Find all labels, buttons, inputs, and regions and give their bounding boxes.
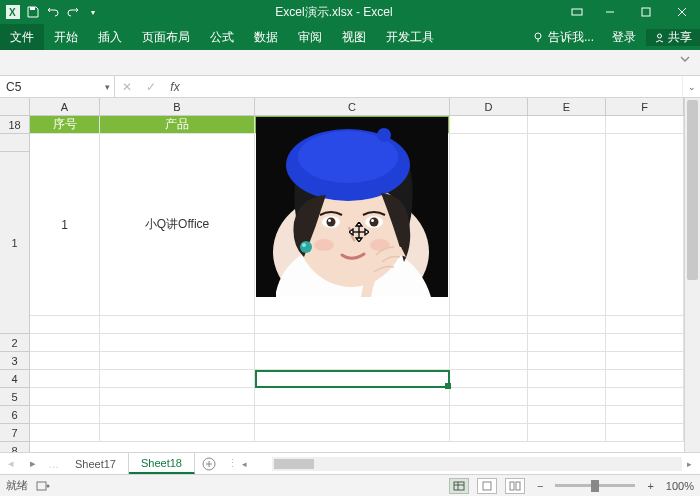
header-cell[interactable]: 序号 <box>30 116 100 134</box>
cell[interactable] <box>255 424 450 442</box>
cell[interactable] <box>606 316 684 334</box>
cell[interactable] <box>255 388 450 406</box>
cell[interactable] <box>100 388 255 406</box>
cell[interactable] <box>450 134 528 316</box>
share-button[interactable]: 共享 <box>646 29 700 46</box>
tab-page-layout[interactable]: 页面布局 <box>132 24 200 50</box>
cell[interactable] <box>606 134 684 316</box>
zoom-slider[interactable] <box>555 484 635 487</box>
embedded-image[interactable] <box>256 117 448 297</box>
tell-me[interactable]: 告诉我... <box>524 29 602 46</box>
formula-bar-expand-icon[interactable]: ⌄ <box>682 76 700 97</box>
vertical-scrollbar[interactable] <box>684 98 700 452</box>
hscroll-left-icon[interactable]: ◂ <box>238 459 252 469</box>
cell[interactable] <box>528 352 606 370</box>
collapse-ribbon-icon[interactable] <box>678 52 694 68</box>
select-all-corner[interactable] <box>0 98 30 116</box>
cell[interactable] <box>606 352 684 370</box>
cell[interactable] <box>30 388 100 406</box>
tab-formulas[interactable]: 公式 <box>200 24 244 50</box>
zoom-in-button[interactable]: + <box>643 480 657 492</box>
tab-data[interactable]: 数据 <box>244 24 288 50</box>
tab-view[interactable]: 视图 <box>332 24 376 50</box>
cell[interactable] <box>528 334 606 352</box>
cell[interactable] <box>30 352 100 370</box>
fx-icon[interactable]: fx <box>163 80 187 94</box>
qat-dropdown-icon[interactable]: ▾ <box>86 5 100 19</box>
cell[interactable] <box>528 388 606 406</box>
cell[interactable] <box>528 424 606 442</box>
cell[interactable] <box>606 388 684 406</box>
cell[interactable] <box>30 334 100 352</box>
cell[interactable] <box>100 352 255 370</box>
horizontal-scrollbar[interactable] <box>272 457 682 471</box>
tab-review[interactable]: 审阅 <box>288 24 332 50</box>
cell[interactable] <box>450 334 528 352</box>
row-header[interactable]: 2 <box>0 334 30 352</box>
cell[interactable] <box>30 424 100 442</box>
cell[interactable] <box>450 388 528 406</box>
row-header[interactable]: 8 <box>0 442 30 452</box>
view-normal-button[interactable] <box>449 478 469 494</box>
row-header[interactable] <box>0 134 30 152</box>
signin-link[interactable]: 登录 <box>602 29 646 46</box>
close-button[interactable] <box>664 0 700 24</box>
cell[interactable] <box>30 316 100 334</box>
cell[interactable] <box>606 370 684 388</box>
cell[interactable] <box>528 134 606 316</box>
cell[interactable] <box>255 334 450 352</box>
cell[interactable] <box>606 406 684 424</box>
hscroll-right-icon[interactable]: ▸ <box>682 459 696 469</box>
maximize-button[interactable] <box>628 0 664 24</box>
row-header[interactable]: 18 <box>0 116 30 134</box>
cells-region[interactable]: ABCDEF 序号产品图片1小Q讲Office <box>30 98 684 452</box>
zoom-slider-handle[interactable] <box>591 480 599 492</box>
tab-file[interactable]: 文件 <box>0 24 44 50</box>
view-page-layout-button[interactable] <box>477 478 497 494</box>
cell[interactable] <box>100 334 255 352</box>
column-header[interactable]: C <box>255 98 450 116</box>
cell[interactable] <box>450 316 528 334</box>
sheet-nav-prev-icon[interactable]: ▸ <box>22 457 44 470</box>
row-header[interactable]: 6 <box>0 406 30 424</box>
name-box-dropdown-icon[interactable]: ▾ <box>105 82 110 92</box>
minimize-button[interactable] <box>592 0 628 24</box>
cell[interactable] <box>100 406 255 424</box>
redo-icon[interactable] <box>66 5 80 19</box>
cell[interactable]: 1 <box>30 134 100 316</box>
column-header[interactable]: D <box>450 98 528 116</box>
undo-icon[interactable] <box>46 5 60 19</box>
header-cell[interactable] <box>606 116 684 134</box>
sheet-nav-first-icon[interactable]: ◂ <box>0 457 22 470</box>
cell[interactable] <box>100 424 255 442</box>
cell[interactable] <box>528 316 606 334</box>
row-header[interactable]: 5 <box>0 388 30 406</box>
column-header[interactable]: B <box>100 98 255 116</box>
cell[interactable] <box>30 406 100 424</box>
cell[interactable] <box>255 352 450 370</box>
column-header[interactable]: F <box>606 98 684 116</box>
cell[interactable] <box>450 424 528 442</box>
vertical-scroll-thumb[interactable] <box>687 100 698 280</box>
row-header[interactable]: 4 <box>0 370 30 388</box>
save-icon[interactable] <box>26 5 40 19</box>
worksheet-grid[interactable]: 18 12345678 ABCDEF 序号产品图片1小Q讲Office <box>0 98 700 452</box>
header-cell[interactable]: 产品 <box>100 116 255 134</box>
header-cell[interactable] <box>528 116 606 134</box>
row-header[interactable]: 1 <box>0 152 30 334</box>
tab-home[interactable]: 开始 <box>44 24 88 50</box>
cell[interactable] <box>30 370 100 388</box>
cell[interactable] <box>450 406 528 424</box>
cell[interactable] <box>528 406 606 424</box>
macro-record-icon[interactable] <box>36 480 50 492</box>
tab-split-handle[interactable]: ⋮ <box>227 457 238 470</box>
sheet-tab-active[interactable]: Sheet18 <box>129 453 195 474</box>
zoom-level[interactable]: 100% <box>666 480 694 492</box>
cell[interactable]: 小Q讲Office <box>100 134 255 316</box>
horizontal-scroll-thumb[interactable] <box>274 459 314 469</box>
row-header[interactable]: 3 <box>0 352 30 370</box>
tab-developer[interactable]: 开发工具 <box>376 24 444 50</box>
header-cell[interactable] <box>450 116 528 134</box>
view-page-break-button[interactable] <box>505 478 525 494</box>
cell[interactable] <box>255 406 450 424</box>
